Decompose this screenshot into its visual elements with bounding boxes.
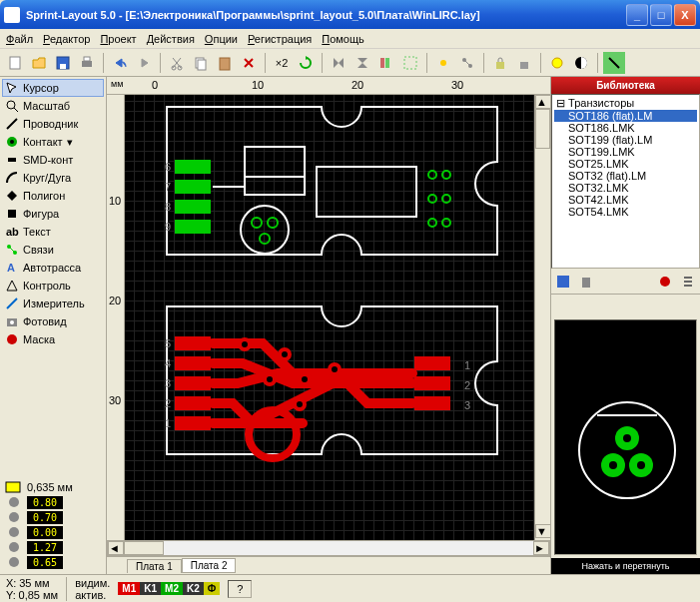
new-icon[interactable] xyxy=(4,52,26,74)
lib-settings-icon[interactable] xyxy=(678,272,698,292)
group-icon[interactable] xyxy=(399,52,421,74)
lib-item[interactable]: SOT199 (flat).LM xyxy=(554,134,697,146)
duplicate-icon[interactable]: ×2 xyxy=(271,52,293,74)
svg-point-81 xyxy=(240,339,250,349)
tool-pad[interactable]: Контакт ▾ xyxy=(2,133,104,151)
svg-rect-4 xyxy=(84,57,90,61)
library-tree[interactable]: ⊟ ТранзисторыSOT186 (flat).LMSOT186.LMKS… xyxy=(551,94,700,269)
menu-Помощь[interactable]: Помощь xyxy=(322,33,364,45)
svg-rect-50 xyxy=(245,147,305,177)
tab-1[interactable]: Плата 2 xyxy=(182,558,237,573)
paste-icon[interactable] xyxy=(214,52,236,74)
lib-item[interactable]: SOT199.LMK xyxy=(554,146,697,158)
lib-item[interactable]: SOT25.LMK xyxy=(554,158,697,170)
tool-drc[interactable]: Контроль xyxy=(2,277,104,295)
lib-item[interactable]: SOT186.LMK xyxy=(554,122,697,134)
mirror-h-icon[interactable] xyxy=(328,52,350,74)
lib-save-icon[interactable] xyxy=(553,272,573,292)
undo-icon[interactable] xyxy=(109,52,131,74)
copy-icon[interactable] xyxy=(190,52,212,74)
menu-Действия[interactable]: Действия xyxy=(147,33,195,45)
save-icon[interactable] xyxy=(52,52,74,74)
svg-point-57 xyxy=(260,234,270,244)
tab-0[interactable]: Плата 1 xyxy=(127,559,182,573)
unlock-icon[interactable] xyxy=(513,52,535,74)
tool-poly[interactable]: Полигон xyxy=(2,187,104,205)
hscrollbar[interactable]: ◄► xyxy=(107,540,550,556)
tool-arc[interactable]: Круг/Дуга xyxy=(2,169,104,187)
minimize-button[interactable]: _ xyxy=(626,4,648,26)
rotate-icon[interactable] xyxy=(295,52,317,74)
lib-delete-icon[interactable] xyxy=(576,272,596,292)
delete-icon[interactable] xyxy=(238,52,260,74)
svg-point-37 xyxy=(9,497,19,507)
print-icon[interactable] xyxy=(76,52,98,74)
tool-measure[interactable]: Измеритель xyxy=(2,295,104,312)
tool-text[interactable]: ab|Текст xyxy=(2,223,104,241)
layer-K2[interactable]: K2 xyxy=(183,582,204,595)
layer-М2[interactable]: М2 xyxy=(161,582,183,595)
prop-s[interactable]: 0.65 xyxy=(4,555,102,569)
svg-point-82 xyxy=(280,349,290,359)
lib-item[interactable]: SOT42.LMK xyxy=(554,194,697,206)
layer-K1[interactable]: K1 xyxy=(140,582,161,595)
lib-item[interactable]: SOT186 (flat).LM xyxy=(554,110,697,122)
svg-text:5: 5 xyxy=(165,337,171,349)
lock-icon[interactable] xyxy=(489,52,511,74)
svg-rect-75 xyxy=(414,376,450,390)
svg-rect-25 xyxy=(8,158,16,162)
svg-rect-44 xyxy=(175,200,211,214)
svg-point-85 xyxy=(330,364,340,374)
svg-point-21 xyxy=(7,101,15,109)
vscrollbar[interactable]: ▲▼ xyxy=(534,95,550,540)
menu-Редактор[interactable]: Редактор xyxy=(43,33,90,45)
tool-photo[interactable]: Фотовид xyxy=(2,312,104,330)
board-tabs: Плата 1Плата 2 xyxy=(107,556,550,574)
open-icon[interactable] xyxy=(28,52,50,74)
close-button[interactable]: X xyxy=(674,4,696,26)
tool-conn[interactable]: Связи xyxy=(2,241,104,259)
svg-rect-45 xyxy=(175,220,211,234)
svg-rect-11 xyxy=(385,58,389,68)
view-icon[interactable] xyxy=(546,52,568,74)
snap-icon[interactable] xyxy=(432,52,454,74)
menu-Опции[interactable]: Опции xyxy=(205,33,238,45)
layer-toggle-icon[interactable] xyxy=(603,52,625,74)
contrast-icon[interactable] xyxy=(570,52,592,74)
prop-h[interactable]: 0.70 xyxy=(4,510,102,524)
svg-point-60 xyxy=(428,195,436,203)
lib-item[interactable]: SOT32 (flat).LM xyxy=(554,170,697,182)
cut-icon[interactable] xyxy=(166,52,188,74)
prop-p[interactable]: 1.27 xyxy=(4,540,102,554)
lib-item[interactable]: SOT32.LMK xyxy=(554,182,697,194)
svg-point-95 xyxy=(609,461,617,469)
tool-auto[interactable]: AАвтотрасса xyxy=(2,259,104,277)
tool-cursor[interactable]: Курсор xyxy=(2,79,104,97)
menu-Проект[interactable]: Проект xyxy=(100,33,136,45)
redo-icon[interactable] xyxy=(133,52,155,74)
layer-М1[interactable]: М1 xyxy=(118,582,140,595)
prop-d[interactable]: 0.00 xyxy=(4,525,102,539)
maximize-button[interactable]: □ xyxy=(650,4,672,26)
menu-Регистрация[interactable]: Регистрация xyxy=(248,33,312,45)
lib-item[interactable]: SOT54.LMK xyxy=(554,206,697,218)
menu-Файл[interactable]: Файл xyxy=(6,33,33,45)
svg-text:6: 6 xyxy=(165,161,171,173)
svg-rect-74 xyxy=(414,356,450,370)
prop-w[interactable]: 0.80 xyxy=(4,495,102,509)
connect-icon[interactable] xyxy=(456,52,478,74)
tool-shape[interactable]: Фигура xyxy=(2,205,104,223)
lib-record-icon[interactable] xyxy=(655,272,675,292)
layer-Ф[interactable]: Ф xyxy=(204,582,221,595)
pcb-canvas[interactable]: 6 7 8 9 xyxy=(125,95,534,540)
tool-smd[interactable]: SMD-конт xyxy=(2,151,104,169)
svg-line-32 xyxy=(7,299,17,308)
align-icon[interactable] xyxy=(375,52,397,74)
component-preview[interactable] xyxy=(554,319,697,555)
svg-text:7: 7 xyxy=(165,181,171,193)
tool-zoom[interactable]: Масштаб xyxy=(2,97,104,115)
tool-mask[interactable]: Маска xyxy=(2,330,104,348)
tool-track[interactable]: Проводник xyxy=(2,115,104,133)
mirror-v-icon[interactable] xyxy=(351,52,373,74)
svg-rect-0 xyxy=(10,57,20,69)
